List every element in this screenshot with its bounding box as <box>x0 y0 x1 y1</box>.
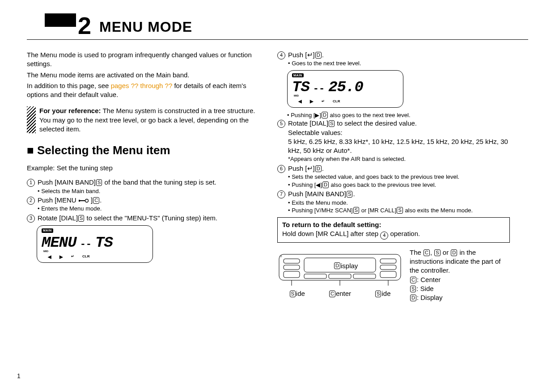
lcd1-main-badge: MAIN <box>42 228 53 232</box>
legend-c-label: : Center <box>417 276 441 283</box>
controller-diagram: Display Side Center Side <box>277 248 402 298</box>
step-1-sub: • Selects the Main band. <box>38 187 259 195</box>
enter-arrow-icon: ↵ <box>322 99 325 104</box>
step-4-after-c: also goes to the next tree level. <box>328 112 411 118</box>
intro-line-2: The Menu mode items are activated on the… <box>27 71 259 80</box>
boxed-c-icon: C <box>410 277 416 283</box>
triangle-left-icon: ◀ <box>316 181 320 188</box>
boxed-s-icon: S <box>78 215 84 222</box>
svg-rect-6 <box>304 274 326 278</box>
intro-link: pages ?? through ?? <box>111 82 173 89</box>
reference-lead: For your reference: <box>39 107 101 114</box>
header-rule <box>27 39 528 40</box>
step-4-number-icon: 4 <box>277 51 285 59</box>
step-5-line3: 5 kHz, 6.25 kHz, 8.33 kHz*, 10 kHz, 12.5… <box>288 137 510 156</box>
svg-rect-1 <box>80 200 85 201</box>
right-column: 4 Push [↵]D. • Goes to the next tree lev… <box>277 51 510 302</box>
step-5-line4: *Appears only when the AIR band is selec… <box>288 155 510 163</box>
step-4: 4 Push [↵]D. • Goes to the next tree lev… <box>277 51 510 67</box>
step-5-text-b: to select the desired value. <box>335 119 417 127</box>
svg-rect-14 <box>380 271 396 278</box>
page-header: 2 MENU MODE <box>45 13 528 38</box>
boxed-d-icon: D <box>315 52 322 59</box>
lcd1-right-text: TS <box>95 233 113 253</box>
step-2-text-a: Push [MENU <box>38 196 78 204</box>
legend-d-label: : Display <box>417 294 443 301</box>
step-3-number-icon: 3 <box>27 215 35 223</box>
boxed-s-icon: S <box>329 120 335 127</box>
triangle-right-icon: ▶ <box>59 254 63 260</box>
boxed-d-icon: D <box>334 262 340 269</box>
step-2-number-icon: 2 <box>27 197 35 205</box>
side-label-left: Side <box>289 289 305 298</box>
step-5-number-icon: 5 <box>277 120 285 128</box>
boxed-d-icon: D <box>322 112 328 118</box>
center-word: enter <box>336 290 351 297</box>
triangle-right-icon: ▶ <box>310 98 314 105</box>
svg-rect-0 <box>79 200 80 202</box>
boxed-s-icon: S <box>375 291 381 297</box>
step-3-text-a: Rotate [DIAL] <box>38 214 78 222</box>
boxed-d-icon: D <box>451 249 457 256</box>
lcd2-sep: -- <box>313 82 325 96</box>
example-label: Example: Set the tuning step <box>27 164 259 173</box>
svg-point-2 <box>85 199 88 202</box>
boxed-d-icon: D <box>315 165 322 172</box>
left-column: The Menu mode is used to program infrequ… <box>27 51 259 302</box>
hatch-pattern-icon <box>27 106 36 133</box>
step-6-sub2-c: also goes back to the previous tree leve… <box>329 181 436 188</box>
step-6-sub2: • Pushing [◀]D also goes back to the pre… <box>288 181 510 189</box>
lcd2-main-badge: MAIN <box>292 73 304 77</box>
header-tab-black <box>45 13 76 27</box>
svg-rect-11 <box>284 271 300 278</box>
step-6-sub2-b: ] <box>320 181 322 188</box>
step-4-text-c: . <box>322 51 324 59</box>
enter-arrow-icon: ↵ <box>307 164 313 172</box>
boxed-s-icon: S <box>290 291 296 297</box>
side-word: ide <box>381 290 390 297</box>
svg-rect-10 <box>284 265 300 270</box>
step-4-sub: • Goes to the next tree level. <box>288 59 510 67</box>
triangle-right-icon: ▶ <box>315 112 319 118</box>
step-3: 3 Rotate [DIAL]S to select the "MENU-TS"… <box>27 214 259 223</box>
svg-rect-7 <box>329 274 351 278</box>
intro-line-1: The Menu mode is used to program infrequ… <box>27 51 259 69</box>
intro-block: The Menu mode is used to program infrequ… <box>27 51 259 99</box>
chapter-number: 2 <box>78 13 91 38</box>
step-7-sub2-b: or [MR CALL] <box>360 207 396 214</box>
legend-a: The <box>410 249 423 256</box>
enter-arrow-icon: ↵ <box>307 51 313 59</box>
enter-arrow-icon: ↵ <box>71 254 74 259</box>
section-heading: ■ Selecting the Menu item <box>27 143 259 158</box>
lock-key-icon <box>79 198 89 203</box>
lcd2-clr: CLR <box>333 99 340 104</box>
step-6: 6 Push [↵]D. • Sets the selected value, … <box>277 164 510 189</box>
step-2: 2 Push [MENU ]C. • Enters the Menu mode. <box>27 196 259 213</box>
step-2-text-c: . <box>100 196 102 204</box>
lcd1-clr: CLR <box>82 254 89 259</box>
display-word: isplay <box>341 261 358 270</box>
step-6-text-b: ] <box>313 164 315 172</box>
lcd1-sep: -- <box>80 238 92 251</box>
reference-text: For your reference: The Menu system is c… <box>39 106 259 134</box>
lcd-screen-1: MAIN MENU -- TS MID ◀ ▶ ↵ CLR <box>37 225 153 263</box>
step-5-text-a: Rotate [DIAL] <box>288 119 328 127</box>
step-1-text-a: Push [MAIN BAND] <box>38 178 96 186</box>
default-setting-box: To return to the default setting: Hold d… <box>277 217 510 243</box>
boxed-d-icon: D <box>322 181 329 188</box>
step-6-text-c: . <box>322 164 324 172</box>
step-7-sub2-c: also exits the Menu mode. <box>403 207 473 214</box>
step-5: 5 Rotate [DIAL]S to select the desired v… <box>277 119 510 163</box>
default-box-title: To return to the default setting: <box>282 221 381 228</box>
reference-note: For your reference: The Menu system is c… <box>27 106 259 134</box>
step-4-after: • Pushing [▶]D also goes to the next tre… <box>287 111 510 119</box>
boxed-s-icon: S <box>397 207 402 214</box>
legend-s-label: : Side <box>416 285 433 292</box>
step-7-text-a: Push [MAIN BAND] <box>288 190 346 198</box>
page-number: 1 <box>17 372 21 379</box>
step-4-text-b: ] <box>313 51 315 59</box>
step-3-text-b: to select the "MENU-TS" (Tuning step) it… <box>85 214 217 222</box>
step-1-number-icon: 1 <box>27 179 35 187</box>
intro-line-3a: In addition to this page, see <box>27 82 111 89</box>
controller-row: Display Side Center Side The C, S or D i… <box>277 248 510 303</box>
